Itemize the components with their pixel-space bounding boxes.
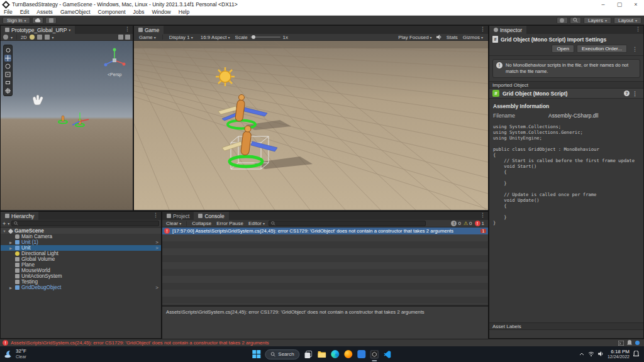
expand-arrow-icon[interactable]: ▶ [8, 246, 13, 250]
sign-in-button[interactable]: Sign in▾ [3, 17, 30, 24]
shading-mode-icon[interactable] [3, 35, 8, 40]
scene-viewport[interactable]: <Persp [1, 41, 133, 210]
vscode-button[interactable] [384, 350, 392, 359]
display-dropdown[interactable]: Display 1▾ [167, 34, 196, 40]
inspector-tab[interactable]: Inspector [489, 26, 526, 34]
stats-toggle[interactable]: Stats [444, 35, 460, 40]
layers-dropdown[interactable]: Layers▾ [584, 17, 611, 24]
hierarchy-item-mouseworld[interactable]: MouseWorld [1, 268, 161, 273]
hierarchy-item-testing[interactable]: Testing [1, 279, 161, 285]
wifi-icon[interactable] [588, 351, 594, 356]
hidden-icons-chevron[interactable] [579, 353, 584, 356]
hierarchy-item-plane[interactable]: Plane [1, 262, 161, 268]
scene-panel-menu-icon[interactable]: ⋮ [122, 26, 133, 34]
hierarchy-item-main-camera[interactable]: Main Camera [1, 234, 161, 239]
scene-grid-icon[interactable] [125, 35, 130, 40]
view-tool[interactable] [4, 47, 11, 53]
game-mode-dropdown[interactable]: Game▾ [136, 34, 158, 40]
weather-widget[interactable]: 32°F Clear [0, 349, 26, 359]
editor-dropdown[interactable]: Editor▾ [247, 221, 266, 226]
version-control-button[interactable] [45, 17, 57, 24]
menu-jobs[interactable]: Jobs [130, 9, 148, 16]
status-bar[interactable]: ! Assets\Scripts\GridSystem.cs(24,45): e… [0, 339, 644, 346]
menu-component[interactable]: Component [94, 9, 130, 16]
scale-tool[interactable] [4, 71, 11, 78]
hierarchy-search-input[interactable] [19, 221, 157, 226]
menu-assets[interactable]: Assets [33, 9, 57, 16]
background-activity-indicator[interactable] [635, 341, 640, 345]
maximize-button[interactable]: ▢ [611, 0, 628, 9]
game-tab[interactable]: Game [134, 26, 164, 34]
menu-file[interactable]: File [0, 9, 16, 16]
execution-order-button[interactable]: Execution Order... [577, 45, 627, 53]
component-menu-icon[interactable]: ⋮ [630, 90, 640, 97]
project-tab[interactable]: Project [162, 212, 194, 220]
rotate-tool[interactable] [4, 63, 11, 70]
script-component-header[interactable]: # Grid Object (Mono Script) ? ⋮ [489, 89, 643, 99]
task-view-button[interactable] [304, 350, 313, 359]
cloud-services-button[interactable] [32, 17, 43, 24]
hierarchy-item-unitactionsystem[interactable]: UnitActionSystem [1, 273, 161, 279]
taskbar-clock[interactable]: 6:18 PM 12/24/2022 [608, 349, 630, 359]
menu-window[interactable]: Window [148, 9, 175, 16]
status-error-message[interactable]: Assets\Scripts\GridSystem.cs(24,45): err… [11, 340, 269, 346]
close-button[interactable]: × [628, 0, 644, 9]
move-tool[interactable] [4, 55, 11, 62]
inspector-panel-menu-icon[interactable]: ⋮ [633, 26, 643, 34]
hierarchy-tab[interactable]: Hierarchy [1, 212, 38, 220]
error-count-toggle[interactable]: !1 [474, 221, 486, 226]
undo-history-button[interactable] [557, 17, 568, 24]
firefox-browser-button[interactable] [344, 350, 353, 359]
aspect-dropdown[interactable]: 16:9 Aspect▾ [198, 34, 233, 40]
taskbar-search[interactable]: Search [265, 349, 299, 359]
hierarchy-item-griddebugobject[interactable]: ▶GridDebugObject> [1, 285, 161, 290]
unity-editor-button[interactable] [370, 350, 379, 359]
file-explorer-button[interactable] [318, 350, 326, 359]
hierarchy-item-directional-light[interactable]: Directional Light [1, 251, 161, 256]
hierarchy-item-unit[interactable]: ▶Unit> [1, 245, 161, 251]
store-button[interactable] [357, 350, 366, 359]
menu-gameobject[interactable]: GameObject [57, 9, 94, 16]
collapse-toggle[interactable]: Collapse [191, 221, 213, 226]
hierarchy-panel-menu-icon[interactable]: ⋮ [150, 212, 161, 220]
orientation-gizmo[interactable] [104, 48, 126, 67]
import-settings-menu-icon[interactable]: ⋮ [630, 46, 640, 52]
mute-audio-icon[interactable] [436, 35, 442, 40]
hierarchy-item-unit-1-[interactable]: ▶Unit (1)> [1, 239, 161, 245]
prefab-open-chevron[interactable]: > [155, 245, 158, 251]
prefab-open-chevron[interactable]: > [155, 285, 158, 290]
create-dropdown-icon[interactable]: ▾ [8, 221, 9, 226]
console-error-entry[interactable]: ! [17:57:00] Assets\Scripts\GridSystem.c… [162, 228, 488, 234]
scale-slider[interactable] [250, 36, 280, 38]
notification-center-icon[interactable] [633, 351, 639, 357]
help-icon[interactable]: ? [624, 90, 630, 96]
persp-label[interactable]: <Persp [108, 72, 121, 77]
console-window-icon[interactable] [618, 341, 624, 346]
expand-arrow-icon[interactable]: ▶ [8, 286, 13, 290]
layout-dropdown[interactable]: Layout▾ [614, 17, 641, 24]
create-object-button[interactable]: + [3, 221, 6, 227]
console-panel-menu-icon[interactable]: ⋮ [477, 212, 488, 220]
open-button[interactable]: Open [552, 45, 574, 53]
search-everything-button[interactable] [570, 17, 581, 24]
gizmos-dropdown[interactable]: Gizmos▾ [460, 35, 486, 40]
scene-visibility-icon[interactable] [118, 35, 123, 40]
expand-arrow-icon[interactable]: ▶ [8, 241, 13, 244]
warning-count-toggle[interactable]: ⚠0 [462, 221, 474, 226]
hierarchy-item-gamescene[interactable]: ▼GameScene [1, 228, 161, 234]
console-tab[interactable]: Console [194, 212, 228, 220]
prefab-open-chevron[interactable]: > [155, 239, 158, 245]
menu-help[interactable]: Help [175, 9, 193, 16]
edge-browser-button[interactable] [331, 350, 340, 359]
clear-button[interactable]: Clear▾ [165, 221, 182, 226]
scene-tab[interactable]: Prototype_Global_URP▾ [1, 26, 75, 34]
console-searchbox[interactable] [269, 221, 426, 226]
notification-bell-icon[interactable] [627, 340, 632, 346]
asset-labels-bar[interactable]: Asset Labels [489, 322, 643, 330]
info-count-toggle[interactable]: !0 [450, 221, 462, 226]
error-pause-toggle[interactable]: Error Pause [215, 221, 245, 226]
volume-icon[interactable] [598, 351, 604, 356]
menu-edit[interactable]: Edit [16, 9, 33, 16]
expand-arrow-icon[interactable]: ▼ [2, 229, 7, 233]
hierarchy-item-global-volume[interactable]: Global Volume [1, 256, 161, 262]
